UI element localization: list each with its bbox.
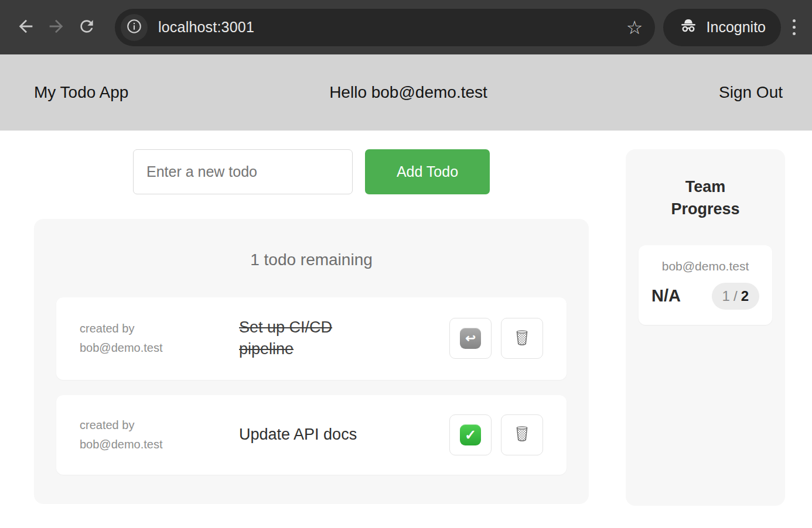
completed-count: 1 [722, 288, 730, 304]
member-progress-row: N/A 1/2 [651, 283, 759, 310]
incognito-label: Incognito [707, 19, 766, 36]
todo-main-column: Add Todo 1 todo remaining created by bob… [34, 149, 589, 504]
todo-actions: ✓ [449, 414, 543, 455]
todo-remaining-summary: 1 todo remaining [56, 251, 567, 269]
back-icon [16, 16, 36, 38]
forward-icon [46, 16, 66, 38]
team-member-card: bob@demo.test N/A 1/2 [639, 245, 772, 325]
member-status: N/A [651, 286, 681, 306]
star-icon: ☆ [626, 17, 643, 38]
todo-actions: ↩ [449, 318, 543, 359]
todo-creator: bob@demo.test [80, 338, 220, 358]
add-todo-form: Add Todo [34, 149, 589, 194]
team-progress-title: Team Progress [659, 176, 752, 221]
todo-text: Update API docs [239, 424, 385, 445]
page-content: Add Todo 1 todo remaining created by bob… [0, 131, 812, 506]
address-bar[interactable]: localhost:3001 ☆ [115, 9, 655, 46]
kebab-menu-icon [793, 19, 796, 35]
browser-toolbar: localhost:3001 ☆ Incognito [0, 0, 812, 54]
todo-meta: created by bob@demo.test [80, 416, 220, 454]
total-count: 2 [741, 288, 749, 304]
incognito-icon [678, 16, 698, 39]
site-info-button[interactable] [121, 14, 148, 41]
info-icon [125, 18, 143, 37]
browser-menu-button[interactable] [793, 19, 796, 35]
reload-button[interactable] [71, 12, 102, 43]
member-progress-badge: 1/2 [712, 283, 759, 310]
incognito-badge: Incognito [663, 9, 781, 46]
check-icon: ✓ [460, 424, 481, 445]
progress-separator: / [733, 288, 738, 304]
delete-todo-button[interactable] [501, 318, 543, 359]
toggle-todo-button[interactable]: ✓ [449, 414, 492, 455]
url-text[interactable]: localhost:3001 [158, 19, 626, 36]
trash-icon [511, 327, 533, 350]
new-todo-input[interactable] [133, 149, 353, 194]
todo-meta: created by bob@demo.test [80, 319, 220, 358]
created-by-label: created by [80, 416, 220, 435]
delete-todo-button[interactable] [501, 414, 543, 455]
todo-item: created by bob@demo.test Update API docs… [56, 395, 567, 475]
undo-icon: ↩ [460, 328, 481, 349]
greeting-text: Hello bob@demo.test [254, 83, 562, 102]
sign-out-button[interactable]: Sign Out [562, 83, 783, 102]
forward-button[interactable] [41, 12, 71, 43]
add-todo-button[interactable]: Add Todo [365, 149, 490, 194]
toggle-todo-button[interactable]: ↩ [449, 318, 492, 359]
todo-creator: bob@demo.test [80, 435, 220, 454]
todo-list-card: 1 todo remaining created by bob@demo.tes… [34, 219, 589, 504]
team-progress-panel: Team Progress bob@demo.test N/A 1/2 [626, 149, 785, 506]
todo-text: Set up CI/CD pipeline [239, 317, 385, 361]
back-button[interactable] [11, 12, 41, 43]
app-header: My Todo App Hello bob@demo.test Sign Out [0, 54, 812, 131]
bookmark-star-button[interactable]: ☆ [626, 18, 643, 37]
reload-icon [77, 17, 96, 37]
todo-item: created by bob@demo.test Set up CI/CD pi… [56, 297, 567, 380]
app-title: My Todo App [34, 83, 254, 102]
member-email: bob@demo.test [651, 259, 759, 273]
trash-icon [511, 423, 533, 446]
created-by-label: created by [80, 319, 220, 338]
